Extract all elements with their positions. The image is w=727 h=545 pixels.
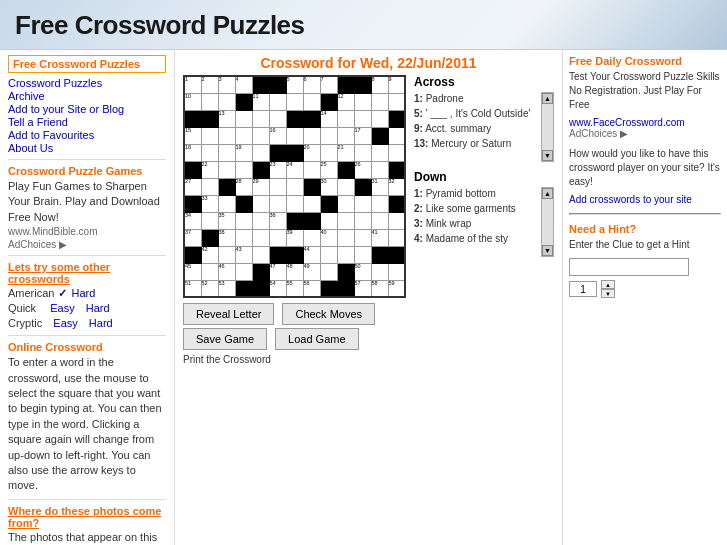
- sidebar-item-favourites[interactable]: Add to Favourites: [8, 129, 166, 141]
- cell-7-1[interactable]: 33: [201, 195, 218, 212]
- cell-10-3[interactable]: 43: [235, 246, 252, 263]
- cell-3-2[interactable]: [218, 127, 235, 144]
- cell-3-8[interactable]: [320, 127, 337, 144]
- cell-10-9[interactable]: [337, 246, 354, 263]
- reveal-button[interactable]: Reveal Letter: [183, 303, 274, 325]
- cell-2-8[interactable]: 14: [320, 110, 337, 127]
- cell-2-11[interactable]: [371, 110, 388, 127]
- cell-7-4[interactable]: [252, 195, 269, 212]
- cell-12-5[interactable]: 54: [269, 280, 286, 297]
- cell-11-2[interactable]: 46: [218, 263, 235, 280]
- cell-3-1[interactable]: [201, 127, 218, 144]
- add-cw-link[interactable]: Add crosswords to your site: [569, 194, 692, 205]
- other-crosswords-link[interactable]: Lets try some other crosswords: [8, 261, 166, 285]
- cell-8-1[interactable]: [201, 212, 218, 229]
- cell-1-12[interactable]: [388, 93, 405, 110]
- daily-cw-url[interactable]: www.FaceCrossword.com: [569, 117, 685, 128]
- cell-8-9[interactable]: [337, 212, 354, 229]
- cell-9-8[interactable]: 40: [320, 229, 337, 246]
- cell-4-1[interactable]: [201, 144, 218, 161]
- cell-12-12[interactable]: 59: [388, 280, 405, 297]
- load-button[interactable]: Load Game: [275, 328, 358, 350]
- cell-6-5[interactable]: [269, 178, 286, 195]
- cryptic-easy-link[interactable]: Easy: [53, 317, 77, 329]
- cell-3-9[interactable]: [337, 127, 354, 144]
- cell-9-11[interactable]: 41: [371, 229, 388, 246]
- cell-0-8[interactable]: 7: [320, 76, 337, 93]
- cell-9-2[interactable]: 38: [218, 229, 235, 246]
- cell-11-0[interactable]: 45: [184, 263, 201, 280]
- cell-6-8[interactable]: 30: [320, 178, 337, 195]
- cell-12-1[interactable]: 52: [201, 280, 218, 297]
- cell-7-6[interactable]: [286, 195, 303, 212]
- cell-8-5[interactable]: 36: [269, 212, 286, 229]
- cell-3-6[interactable]: [286, 127, 303, 144]
- across-scroll-up[interactable]: ▲: [542, 93, 553, 104]
- cell-2-10[interactable]: [354, 110, 371, 127]
- cell-10-10[interactable]: [354, 246, 371, 263]
- cell-9-10[interactable]: [354, 229, 371, 246]
- games-url-link[interactable]: www.MindBible.com: [8, 226, 166, 237]
- american-hard-link[interactable]: Hard: [71, 287, 95, 299]
- cell-4-4[interactable]: [252, 144, 269, 161]
- down-scroll-up[interactable]: ▲: [542, 188, 553, 199]
- cell-1-10[interactable]: [354, 93, 371, 110]
- cell-0-1[interactable]: 2: [201, 76, 218, 93]
- cell-8-0[interactable]: 34: [184, 212, 201, 229]
- cell-9-12[interactable]: [388, 229, 405, 246]
- cell-5-3[interactable]: [235, 161, 252, 178]
- sidebar-item-tell-friend[interactable]: Tell a Friend: [8, 116, 166, 128]
- cell-9-6[interactable]: 39: [286, 229, 303, 246]
- check-button[interactable]: Check Moves: [282, 303, 375, 325]
- cell-4-10[interactable]: [354, 144, 371, 161]
- cell-6-11[interactable]: 31: [371, 178, 388, 195]
- cell-6-3[interactable]: 28: [235, 178, 252, 195]
- cell-10-2[interactable]: [218, 246, 235, 263]
- cell-1-4[interactable]: 11: [252, 93, 269, 110]
- cell-4-9[interactable]: 21: [337, 144, 354, 161]
- cell-6-4[interactable]: 29: [252, 178, 269, 195]
- cell-0-12[interactable]: 9: [388, 76, 405, 93]
- cell-11-1[interactable]: [201, 263, 218, 280]
- cell-11-8[interactable]: [320, 263, 337, 280]
- cell-9-5[interactable]: [269, 229, 286, 246]
- save-button[interactable]: Save Game: [183, 328, 267, 350]
- cell-4-0[interactable]: 18: [184, 144, 201, 161]
- cell-3-12[interactable]: [388, 127, 405, 144]
- cell-3-3[interactable]: [235, 127, 252, 144]
- cell-2-2[interactable]: 13: [218, 110, 235, 127]
- cell-3-4[interactable]: [252, 127, 269, 144]
- cell-4-2[interactable]: [218, 144, 235, 161]
- cell-10-7[interactable]: 44: [303, 246, 320, 263]
- cell-9-3[interactable]: [235, 229, 252, 246]
- cell-7-11[interactable]: [371, 195, 388, 212]
- cell-5-11[interactable]: [371, 161, 388, 178]
- cell-5-7[interactable]: [303, 161, 320, 178]
- cell-4-7[interactable]: 20: [303, 144, 320, 161]
- cell-10-8[interactable]: [320, 246, 337, 263]
- cell-9-4[interactable]: [252, 229, 269, 246]
- cell-6-1[interactable]: [201, 178, 218, 195]
- sidebar-item-about[interactable]: About Us: [8, 142, 166, 154]
- cell-4-3[interactable]: 19: [235, 144, 252, 161]
- cell-4-8[interactable]: [320, 144, 337, 161]
- cell-7-5[interactable]: [269, 195, 286, 212]
- cell-1-7[interactable]: [303, 93, 320, 110]
- cell-4-12[interactable]: [388, 144, 405, 161]
- cell-12-10[interactable]: 57: [354, 280, 371, 297]
- cell-12-2[interactable]: 53: [218, 280, 235, 297]
- cell-12-6[interactable]: 55: [286, 280, 303, 297]
- hint-down-button[interactable]: ▼: [601, 289, 615, 298]
- quick-hard-link[interactable]: Hard: [86, 302, 110, 314]
- cell-0-6[interactable]: 5: [286, 76, 303, 93]
- cell-0-0[interactable]: 1: [184, 76, 201, 93]
- hint-number-input[interactable]: [569, 281, 597, 297]
- cell-1-1[interactable]: [201, 93, 218, 110]
- cell-0-2[interactable]: 3: [218, 76, 235, 93]
- down-scroll-down[interactable]: ▼: [542, 245, 553, 256]
- cell-9-0[interactable]: 37: [184, 229, 201, 246]
- cell-1-0[interactable]: 10: [184, 93, 201, 110]
- cell-8-10[interactable]: [354, 212, 371, 229]
- cell-5-1[interactable]: 22: [201, 161, 218, 178]
- cell-5-5[interactable]: 23: [269, 161, 286, 178]
